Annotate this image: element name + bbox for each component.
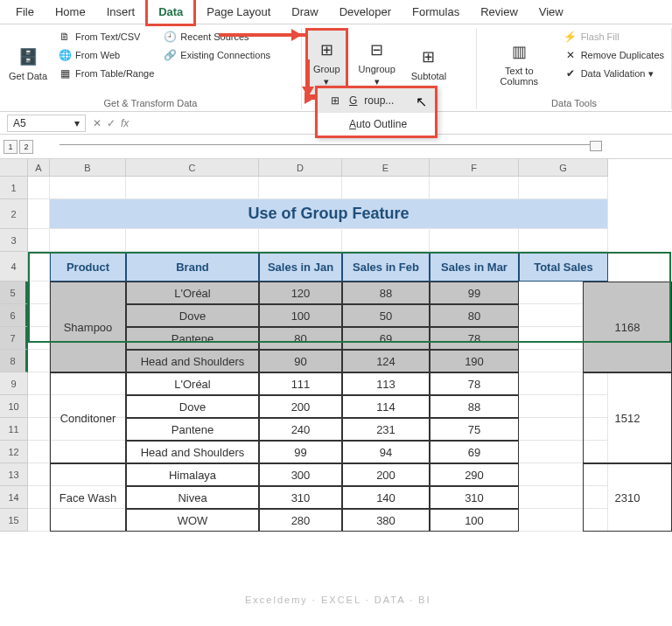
from-web-button[interactable]: 🌐From Web — [54, 46, 158, 64]
cell[interactable] — [28, 304, 50, 327]
row-12[interactable]: 12 — [0, 441, 28, 463]
select-all-corner[interactable] — [0, 159, 28, 177]
total-cell[interactable]: 1512 — [583, 372, 672, 463]
cell[interactable] — [28, 441, 50, 463]
mar-cell[interactable]: 100 — [430, 509, 519, 532]
cell[interactable] — [126, 177, 259, 199]
row-14[interactable]: 14 — [0, 486, 28, 509]
tab-data[interactable]: Data — [145, 0, 196, 26]
row-6[interactable]: 6 — [0, 304, 28, 327]
feb-cell[interactable]: 380 — [342, 509, 430, 532]
mar-cell[interactable]: 290 — [430, 463, 519, 486]
header-cell[interactable]: Product — [50, 252, 126, 282]
data-validation-button[interactable]: ✔Data Validation ▾ — [560, 65, 668, 82]
brand-cell[interactable]: WOW — [126, 509, 259, 532]
brand-cell[interactable]: Dove — [126, 304, 259, 327]
mar-cell[interactable]: 88 — [430, 395, 519, 418]
from-table-button[interactable]: ▦From Table/Range — [54, 65, 158, 82]
recent-sources-button[interactable]: 🕘Recent Sources — [159, 28, 274, 45]
cell[interactable] — [126, 229, 259, 252]
jan-cell[interactable]: 100 — [259, 304, 342, 327]
text-to-columns-button[interactable]: ▥ Text to Columns — [480, 28, 558, 98]
feb-cell[interactable]: 69 — [342, 327, 430, 350]
jan-cell[interactable]: 200 — [259, 395, 342, 418]
cell[interactable] — [259, 177, 342, 199]
name-box[interactable]: A5▾ — [7, 115, 86, 132]
tab-file[interactable]: File — [5, 0, 45, 24]
col-G[interactable]: G — [519, 159, 608, 177]
cell[interactable] — [519, 229, 608, 252]
get-data-button[interactable]: 🗄️ Get Data — [4, 28, 52, 98]
title-cell[interactable]: Use of Group Feature — [50, 199, 608, 229]
cell[interactable] — [430, 229, 519, 252]
brand-cell[interactable]: L'Oréal — [126, 282, 259, 304]
feb-cell[interactable]: 124 — [342, 350, 430, 372]
brand-cell[interactable]: Head and Shoulders — [126, 350, 259, 372]
brand-cell[interactable]: Head and Shoulders — [126, 441, 259, 463]
header-cell[interactable]: Sales in Feb — [342, 252, 430, 282]
feb-cell[interactable]: 94 — [342, 441, 430, 463]
row-7[interactable]: 7 — [0, 327, 28, 350]
mar-cell[interactable]: 99 — [430, 282, 519, 304]
jan-cell[interactable]: 90 — [259, 350, 342, 372]
feb-cell[interactable]: 114 — [342, 395, 430, 418]
mar-cell[interactable]: 310 — [430, 486, 519, 509]
product-cell[interactable]: Shampoo — [50, 282, 126, 372]
brand-cell[interactable]: L'Oréal — [126, 372, 259, 395]
row-15[interactable]: 15 — [0, 509, 28, 532]
mar-cell[interactable]: 75 — [430, 418, 519, 441]
col-A[interactable]: A — [28, 159, 50, 177]
from-text-csv-button[interactable]: 🗎From Text/CSV — [54, 28, 158, 45]
tab-insert[interactable]: Insert — [96, 0, 146, 24]
tab-home[interactable]: Home — [45, 0, 96, 24]
mar-cell[interactable]: 190 — [430, 350, 519, 372]
feb-cell[interactable]: 50 — [342, 304, 430, 327]
cell[interactable] — [28, 463, 50, 486]
cell[interactable] — [259, 229, 342, 252]
feb-cell[interactable]: 231 — [342, 418, 430, 441]
total-cell[interactable]: 1168 — [583, 282, 672, 372]
cell[interactable] — [342, 229, 430, 252]
row-13[interactable]: 13 — [0, 463, 28, 486]
jan-cell[interactable]: 240 — [259, 418, 342, 441]
cell[interactable] — [28, 327, 50, 350]
outline-level-2[interactable]: 2 — [19, 140, 33, 154]
header-cell[interactable]: Sales in Jan — [259, 252, 342, 282]
cell[interactable] — [28, 372, 50, 395]
cell[interactable] — [28, 252, 50, 282]
jan-cell[interactable]: 280 — [259, 509, 342, 532]
mar-cell[interactable]: 78 — [430, 327, 519, 350]
cell[interactable] — [28, 350, 50, 372]
cell[interactable] — [28, 229, 50, 252]
mar-cell[interactable]: 80 — [430, 304, 519, 327]
header-cell[interactable]: Sales in Mar — [430, 252, 519, 282]
cell[interactable] — [28, 486, 50, 509]
cell[interactable] — [430, 177, 519, 199]
row-10[interactable]: 10 — [0, 395, 28, 418]
col-F[interactable]: F — [430, 159, 519, 177]
brand-cell[interactable]: Dove — [126, 395, 259, 418]
header-cell[interactable]: Total Sales — [519, 252, 608, 282]
jan-cell[interactable]: 111 — [259, 372, 342, 395]
brand-cell[interactable]: Himalaya — [126, 463, 259, 486]
existing-connections-button[interactable]: 🔗Existing Connections — [159, 46, 274, 64]
product-cell[interactable]: Conditoner — [50, 372, 126, 463]
jan-cell[interactable]: 99 — [259, 441, 342, 463]
tab-pagelayout[interactable]: Page Layout — [196, 0, 281, 24]
row-2[interactable]: 2 — [0, 199, 28, 229]
product-cell[interactable]: Face Wash — [50, 463, 126, 532]
col-B[interactable]: B — [50, 159, 126, 177]
row-8[interactable]: 8 — [0, 350, 28, 372]
cell[interactable] — [50, 229, 126, 252]
outline-level-1[interactable]: 1 — [4, 140, 18, 154]
col-C[interactable]: C — [126, 159, 259, 177]
remove-duplicates-button[interactable]: ✕Remove Duplicates — [560, 46, 668, 64]
row-1[interactable]: 1 — [0, 177, 28, 199]
cell[interactable] — [28, 282, 50, 304]
cell[interactable] — [519, 177, 608, 199]
feb-cell[interactable]: 88 — [342, 282, 430, 304]
mar-cell[interactable]: 69 — [430, 441, 519, 463]
feb-cell[interactable]: 200 — [342, 463, 430, 486]
tab-view[interactable]: View — [528, 0, 574, 24]
formula-bar[interactable]: ✕✓fx — [93, 117, 129, 129]
